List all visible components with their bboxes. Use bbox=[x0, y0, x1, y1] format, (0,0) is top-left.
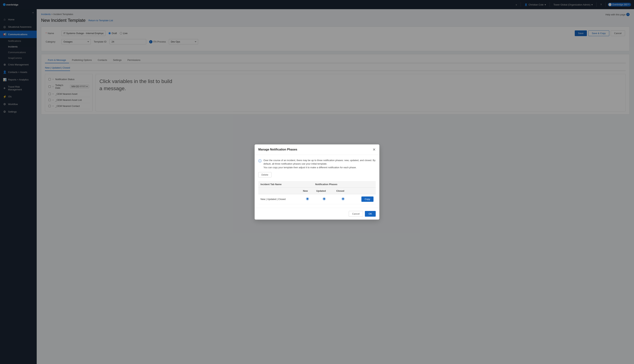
row-copy-cell: Copy bbox=[352, 194, 376, 204]
closed-phase-radio[interactable] bbox=[342, 198, 345, 200]
col-closed: Closed bbox=[334, 188, 352, 194]
modal-footer: Cancel OK bbox=[255, 208, 379, 220]
modal-header: Manage Notification Phases ✕ bbox=[255, 144, 379, 155]
copy-button[interactable]: Copy bbox=[361, 196, 374, 202]
manage-notification-phases-modal: Manage Notification Phases ✕ ⓘ Over the … bbox=[255, 144, 379, 220]
col-phases: Notification Phases bbox=[301, 181, 352, 188]
col-tab-name-sub bbox=[258, 188, 301, 194]
modal-info-text: Over the course of an incident, there ma… bbox=[263, 158, 376, 169]
modal-ok-button[interactable]: OK bbox=[365, 211, 376, 217]
table-header: Incident Tab Name Notification Phases Ne… bbox=[258, 181, 376, 194]
row-updated-radio-cell bbox=[314, 194, 334, 204]
modal-body: ⓘ Over the course of an incident, there … bbox=[255, 155, 379, 208]
modal-close-button[interactable]: ✕ bbox=[373, 147, 376, 152]
phases-table: Incident Tab Name Notification Phases Ne… bbox=[258, 181, 376, 204]
modal-info: ⓘ Over the course of an incident, there … bbox=[258, 158, 376, 169]
modal-overlay[interactable]: Manage Notification Phases ✕ ⓘ Over the … bbox=[0, 0, 634, 364]
delete-button[interactable]: Delete bbox=[258, 172, 271, 178]
modal-delete-row: Delete bbox=[258, 172, 376, 178]
info-icon: ⓘ bbox=[258, 159, 262, 169]
table-body: New | Updated | Closed Copy bbox=[258, 194, 376, 204]
row-new-radio-cell bbox=[301, 194, 314, 204]
new-phase-radio[interactable] bbox=[306, 198, 309, 200]
updated-phase-radio[interactable] bbox=[323, 198, 326, 200]
row-closed-radio-cell bbox=[334, 194, 352, 204]
col-new: New bbox=[301, 188, 314, 194]
col-copy-header bbox=[352, 188, 376, 194]
col-tab-name: Incident Tab Name bbox=[258, 181, 301, 188]
modal-cancel-button[interactable]: Cancel bbox=[349, 211, 363, 217]
table-row: New | Updated | Closed Copy bbox=[258, 194, 376, 204]
row-tab-name: New | Updated | Closed bbox=[258, 194, 301, 204]
modal-title: Manage Notification Phases bbox=[258, 148, 297, 151]
col-updated: Updated bbox=[314, 188, 334, 194]
col-actions bbox=[352, 181, 376, 188]
